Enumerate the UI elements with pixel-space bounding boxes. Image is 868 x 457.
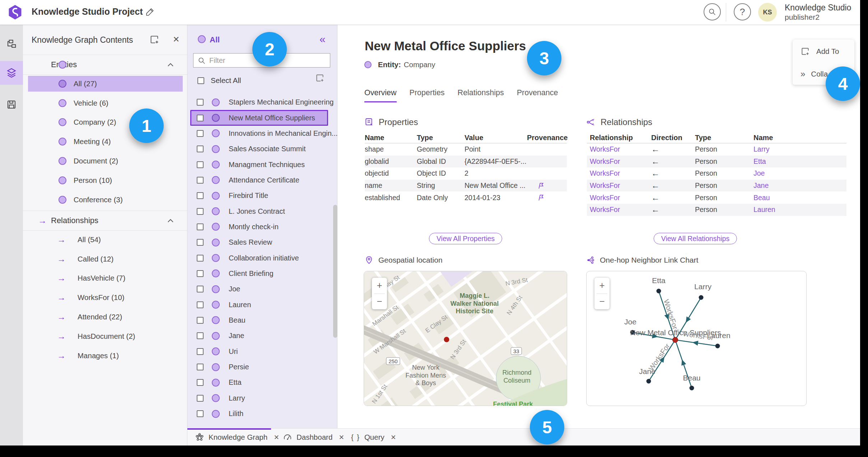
- sitemap-button[interactable]: [0, 32, 23, 56]
- item-checkbox[interactable]: [197, 332, 204, 339]
- sidebar-item-entity-type[interactable]: Vehicle (6): [23, 93, 187, 113]
- sidebar-item-relationship-type[interactable]: → WorksFor (10): [23, 288, 187, 307]
- one-hop-link-chart[interactable]: EttaLarryJoeLaurenJaneBeauNew Metal Offi…: [586, 271, 807, 406]
- item-checkbox[interactable]: [197, 364, 204, 370]
- close-tab-icon[interactable]: ×: [274, 432, 279, 442]
- sidebar-item-entity-type[interactable]: Person (10): [23, 171, 187, 190]
- select-all-row[interactable]: Select All: [197, 76, 241, 85]
- detail-tab[interactable]: Overview: [364, 88, 397, 102]
- entity-list-item[interactable]: New Metal Office Suppliers: [190, 110, 328, 125]
- entity-list-item[interactable]: Lilith: [190, 406, 328, 421]
- zoom-in-button[interactable]: +: [372, 278, 387, 294]
- view-all-properties-button[interactable]: View All Properties: [429, 233, 502, 244]
- tab-knowledge-graph[interactable]: Knowledge Graph ×: [195, 429, 279, 446]
- sidebar-item-relationship-type[interactable]: → All (54): [23, 230, 187, 249]
- item-checkbox[interactable]: [197, 146, 204, 152]
- related-entity-link[interactable]: Joe: [753, 169, 846, 177]
- add-to-new-panel-icon[interactable]: [315, 73, 325, 83]
- entity-list-item[interactable]: Joe: [190, 281, 328, 297]
- layers-button-active[interactable]: [0, 61, 23, 85]
- relationship-link[interactable]: WorksFor: [590, 169, 651, 177]
- entity-list-item[interactable]: Sales Associate Summit: [190, 141, 328, 157]
- item-checkbox[interactable]: [197, 301, 204, 308]
- close-tab-icon[interactable]: ×: [339, 432, 344, 442]
- item-checkbox[interactable]: [197, 208, 204, 215]
- entity-list-item[interactable]: Client Briefing: [190, 266, 328, 281]
- item-checkbox[interactable]: [197, 395, 204, 402]
- relationship-link[interactable]: WorksFor: [590, 145, 651, 153]
- item-checkbox[interactable]: [197, 379, 204, 386]
- entity-list-item[interactable]: Beau: [190, 313, 328, 328]
- entities-section-header[interactable]: Entities: [23, 55, 187, 75]
- entity-list-item[interactable]: Uri: [190, 344, 328, 359]
- relationship-link[interactable]: WorksFor: [590, 206, 651, 214]
- view-all-relationships-button[interactable]: View All Relationships: [654, 233, 737, 244]
- sidebar-item-relationship-type[interactable]: → Manages (1): [23, 346, 187, 365]
- save-button[interactable]: [0, 93, 23, 116]
- geospatial-map[interactable]: W Clay StN 3rd StMaggie L. Walker Nation…: [364, 271, 567, 406]
- related-entity-link[interactable]: Etta: [753, 157, 846, 166]
- close-panel-icon[interactable]: ×: [173, 34, 179, 45]
- item-checkbox[interactable]: [197, 410, 204, 417]
- related-entity-link[interactable]: Larry: [753, 145, 846, 153]
- item-checkbox[interactable]: [197, 348, 204, 355]
- entity-list-item[interactable]: Persie: [190, 359, 328, 375]
- close-tab-icon[interactable]: ×: [391, 432, 396, 442]
- item-checkbox[interactable]: [197, 99, 204, 106]
- related-entity-link[interactable]: Lauren: [753, 206, 846, 214]
- entity-list-item[interactable]: Montly check-in: [190, 219, 328, 235]
- entity-list-item[interactable]: Managment Techniques: [190, 157, 328, 172]
- relationships-section-header[interactable]: → Relationships: [23, 211, 187, 231]
- entity-list-item[interactable]: Jane: [190, 328, 328, 343]
- zoom-out-button[interactable]: −: [594, 294, 610, 310]
- item-checkbox[interactable]: [197, 286, 204, 292]
- search-button[interactable]: [704, 3, 721, 20]
- entity-list-item[interactable]: Larry: [190, 391, 328, 406]
- entity-list-item[interactable]: Staplers Mechanical Engineering: [190, 94, 328, 110]
- item-checkbox[interactable]: [197, 130, 204, 137]
- item-checkbox[interactable]: [197, 255, 204, 262]
- item-checkbox[interactable]: [197, 192, 204, 199]
- sidebar-item-entity-type[interactable]: Meeting (4): [23, 132, 187, 151]
- related-entity-link[interactable]: Beau: [753, 194, 846, 202]
- detail-tab[interactable]: Relationships: [458, 88, 504, 102]
- entity-list-item[interactable]: Collaboration initiative: [190, 250, 328, 266]
- item-checkbox[interactable]: [197, 161, 204, 168]
- tab-query[interactable]: { } Query ×: [351, 429, 396, 446]
- zoom-in-button[interactable]: +: [594, 278, 610, 294]
- relationship-link[interactable]: WorksFor: [590, 194, 651, 202]
- sidebar-item-entity-type[interactable]: Conference (3): [23, 190, 187, 209]
- add-to-new-panel-icon[interactable]: [149, 34, 159, 45]
- entity-list-item[interactable]: Etta: [190, 375, 328, 390]
- avatar[interactable]: KS: [758, 3, 777, 22]
- select-all-checkbox[interactable]: [197, 77, 204, 84]
- entity-list-item[interactable]: L. Jones Contract: [190, 203, 328, 219]
- entity-list-item[interactable]: Attendance Certificate: [190, 172, 328, 188]
- zoom-out-button[interactable]: −: [372, 294, 387, 310]
- scrollbar-thumb[interactable]: [333, 205, 337, 338]
- collapse-button[interactable]: » Colla: [801, 69, 828, 79]
- edit-title-icon[interactable]: [145, 7, 155, 17]
- add-to-button[interactable]: Add To: [801, 47, 839, 56]
- detail-tab[interactable]: Provenance: [517, 88, 558, 102]
- entity-list-item[interactable]: Firebird Title: [190, 188, 328, 203]
- item-checkbox[interactable]: [197, 239, 204, 246]
- item-checkbox[interactable]: [197, 115, 204, 121]
- help-button[interactable]: ?: [734, 3, 751, 20]
- item-checkbox[interactable]: [197, 177, 204, 184]
- entity-list-item[interactable]: Sales Review: [190, 235, 328, 250]
- relationship-link[interactable]: WorksFor: [590, 181, 651, 190]
- related-entity-link[interactable]: Jane: [753, 181, 846, 190]
- sidebar-item-relationship-type[interactable]: → Called (12): [23, 249, 187, 269]
- sidebar-item-relationship-type[interactable]: → HasVehicle (7): [23, 269, 187, 288]
- entity-list-item[interactable]: Innovations in Mechanical Engin...: [190, 126, 328, 141]
- provenance-flag-icon[interactable]: [537, 182, 545, 190]
- sidebar-item-relationship-type[interactable]: → Attended (22): [23, 307, 187, 327]
- item-checkbox[interactable]: [197, 317, 204, 324]
- tab-dashboard[interactable]: Dashboard ×: [283, 429, 344, 446]
- provenance-flag-icon[interactable]: [537, 194, 545, 202]
- detail-tab[interactable]: Properties: [410, 88, 445, 102]
- item-checkbox[interactable]: [197, 223, 204, 230]
- relationship-link[interactable]: WorksFor: [590, 157, 651, 166]
- sidebar-item-entity-type[interactable]: Document (2): [23, 151, 187, 171]
